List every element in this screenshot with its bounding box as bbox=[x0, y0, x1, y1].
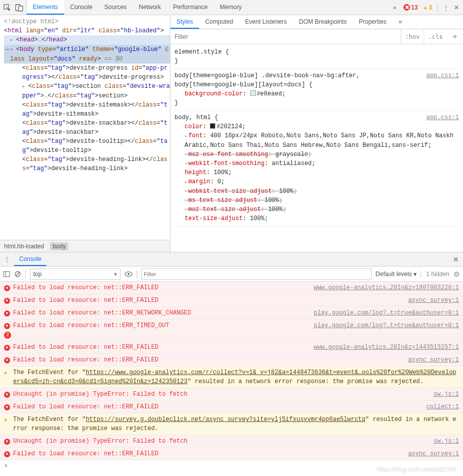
warning-count-badge[interactable]: 3 bbox=[423, 4, 432, 11]
message-source-link[interactable]: play.google.com/log?…t=true&authuser=0:1 bbox=[314, 308, 459, 318]
console-settings-icon[interactable]: ⚙ bbox=[453, 270, 460, 278]
device-toggle-icon[interactable] bbox=[15, 4, 23, 12]
tab-performance[interactable]: Performance bbox=[167, 0, 214, 15]
subtab-computed[interactable]: Computed bbox=[199, 15, 239, 29]
message-source-link[interactable]: www.google-analytics…20In&z=1807803226:1 bbox=[314, 283, 459, 292]
dom-node[interactable]: <class="tag">devsite-tooltip></class="ta… bbox=[4, 137, 170, 155]
dom-node[interactable]: <class="tag">devsite-sitemask></class="t… bbox=[4, 100, 170, 119]
tab-sources[interactable]: Sources bbox=[98, 0, 133, 15]
svg-rect-2 bbox=[19, 6, 23, 11]
dom-html-open[interactable]: <html lang="en" dir="ltr" class="hb-load… bbox=[4, 26, 170, 35]
crumb-body[interactable]: body bbox=[50, 242, 68, 250]
console-sidebar-toggle-icon[interactable] bbox=[3, 271, 10, 278]
message-source-link[interactable]: www.google-analytics…20In&z=1443513257:1 bbox=[314, 343, 459, 352]
console-message[interactable]: Failed to load resource: net::ERR_FAILED… bbox=[0, 354, 463, 366]
styles-filter-input[interactable] bbox=[170, 29, 400, 44]
subtab-styles[interactable]: Styles bbox=[170, 15, 199, 29]
dom-selected-marker-icon: ⋯ bbox=[5, 45, 9, 54]
message-source-link[interactable]: collect:1 bbox=[426, 402, 459, 411]
dom-node[interactable]: <class="tag">devsite-heading-link></clas… bbox=[4, 155, 170, 173]
subtab-event-listeners[interactable]: Event Listeners bbox=[239, 15, 293, 29]
console-message[interactable]: Failed to load resource: net::ERR_FAILED… bbox=[0, 294, 463, 307]
error-icon bbox=[4, 449, 13, 458]
styles-rules[interactable]: element.style {}app.css:1body[theme=goog… bbox=[170, 44, 463, 252]
tab-console[interactable]: Console bbox=[64, 0, 98, 15]
console-message[interactable]: Failed to load resource: net::ERR_FAILED… bbox=[0, 401, 463, 413]
message-source-link[interactable]: sw.js:1 bbox=[434, 390, 459, 399]
error-count-badge[interactable]: 13 bbox=[403, 4, 418, 11]
styles-panel: StylesComputedEvent ListenersDOM Breakpo… bbox=[170, 15, 463, 252]
close-devtools-icon[interactable]: ✕ bbox=[454, 4, 459, 11]
cls-toggle[interactable]: .cls bbox=[424, 29, 447, 44]
tab-memory[interactable]: Memory bbox=[214, 0, 248, 15]
dom-tree-panel: <!doctype html> <html lang="en" dir="ltr… bbox=[0, 15, 170, 252]
new-style-rule-icon[interactable]: ＋ bbox=[447, 31, 463, 42]
crumb-html[interactable]: html.hb-loaded bbox=[4, 243, 44, 250]
watermark-text: https://blog.csdn.net/asd0356 bbox=[377, 466, 456, 473]
dom-body-open[interactable]: <body type="article" theme="google-blue"… bbox=[4, 45, 170, 64]
message-source-link[interactable]: sw.js:1 bbox=[434, 437, 459, 446]
console-message[interactable]: The FetchEvent for "https://www.google-a… bbox=[0, 366, 463, 388]
inspect-icon[interactable] bbox=[3, 4, 11, 12]
main-toolbar: ElementsConsoleSourcesNetworkPerformance… bbox=[0, 0, 463, 15]
rule-source-link[interactable]: app.css:1 bbox=[426, 113, 459, 122]
error-icon bbox=[4, 402, 13, 411]
console-toolbar: top▾ Default levels ▾ 1 hidden ⚙ bbox=[0, 267, 463, 282]
error-icon bbox=[4, 283, 13, 292]
console-message[interactable]: Failed to load resource: net::ERR_FAILED… bbox=[0, 448, 463, 460]
subtab-properties[interactable]: Properties bbox=[353, 15, 392, 29]
clear-console-icon[interactable] bbox=[14, 271, 21, 278]
svg-point-8 bbox=[128, 273, 130, 275]
console-messages: Failed to load resource: net::ERR_FAILED… bbox=[0, 282, 463, 476]
console-message[interactable]: Failed to load resource: net::ERR_NETWOR… bbox=[0, 307, 463, 320]
log-levels-select[interactable]: Default levels ▾ bbox=[376, 271, 417, 278]
dom-head[interactable]: <head>…</head> bbox=[4, 35, 170, 45]
warning-icon bbox=[4, 368, 13, 386]
error-icon bbox=[4, 355, 13, 364]
error-icon bbox=[4, 390, 13, 399]
subtab-dom-breakpoints[interactable]: DOM Breakpoints bbox=[293, 15, 353, 29]
dom-node[interactable]: <class="tag">devsite-snackbar></class="t… bbox=[4, 119, 170, 137]
console-filter-input[interactable] bbox=[141, 269, 372, 280]
kebab-menu-icon[interactable]: ⋮ bbox=[437, 4, 449, 11]
message-source-link[interactable]: async_survey:1 bbox=[408, 296, 459, 305]
console-message[interactable]: Failed to load resource: net::ERR_FAILED… bbox=[0, 341, 463, 354]
subtab-more-icon[interactable]: » bbox=[392, 15, 408, 29]
close-drawer-icon[interactable]: ✕ bbox=[453, 255, 459, 263]
drawer-menu-icon[interactable]: ⋮ bbox=[4, 256, 10, 263]
live-expression-icon[interactable] bbox=[125, 271, 133, 277]
warning-icon bbox=[4, 415, 13, 433]
tab-elements[interactable]: Elements bbox=[27, 0, 64, 15]
dom-breadcrumbs: html.hb-loaded body bbox=[0, 240, 170, 252]
context-select[interactable]: top▾ bbox=[30, 269, 121, 280]
dom-doctype[interactable]: <!doctype html> bbox=[4, 17, 170, 26]
error-icon bbox=[4, 296, 13, 305]
error-icon: 2 bbox=[4, 321, 13, 339]
console-message[interactable]: Uncaught (in promise) TypeError: Failed … bbox=[0, 435, 463, 448]
dom-tree[interactable]: <!doctype html> <html lang="en" dir="ltr… bbox=[0, 15, 170, 240]
console-message[interactable]: Uncaught (in promise) TypeError: Failed … bbox=[0, 388, 463, 401]
svg-rect-3 bbox=[4, 272, 10, 277]
console-message[interactable]: The FetchEvent for "https://survey.g.dou… bbox=[0, 413, 463, 435]
error-icon bbox=[4, 308, 13, 318]
dom-node[interactable]: <class="tag">section class="devsite-wrap… bbox=[4, 82, 170, 100]
message-source-link[interactable]: play.google.com/log?…t=true&authuser=0:1 bbox=[314, 321, 459, 339]
svg-line-6 bbox=[16, 272, 20, 276]
error-icon bbox=[4, 437, 13, 446]
dom-node[interactable]: <class="tag">devsite-progress id="app-pr… bbox=[4, 64, 170, 82]
error-icon bbox=[4, 343, 13, 352]
tab-network[interactable]: Network bbox=[133, 0, 167, 15]
console-message[interactable]: Failed to load resource: net::ERR_FAILED… bbox=[0, 282, 463, 294]
console-drawer-header: ⋮ Console ✕ bbox=[0, 252, 463, 267]
drawer-tab-console[interactable]: Console bbox=[14, 252, 46, 266]
hov-toggle[interactable]: :hov bbox=[400, 29, 424, 44]
console-message[interactable]: 2Failed to load resource: net::ERR_TIMED… bbox=[0, 320, 463, 341]
rule-source-link[interactable]: app.css:1 bbox=[426, 71, 459, 80]
message-source-link[interactable]: async_survey:1 bbox=[408, 449, 459, 458]
more-tabs-icon[interactable]: » bbox=[390, 4, 399, 11]
hidden-messages-count[interactable]: 1 hidden bbox=[421, 271, 449, 278]
message-source-link[interactable]: async_survey:1 bbox=[408, 355, 459, 364]
